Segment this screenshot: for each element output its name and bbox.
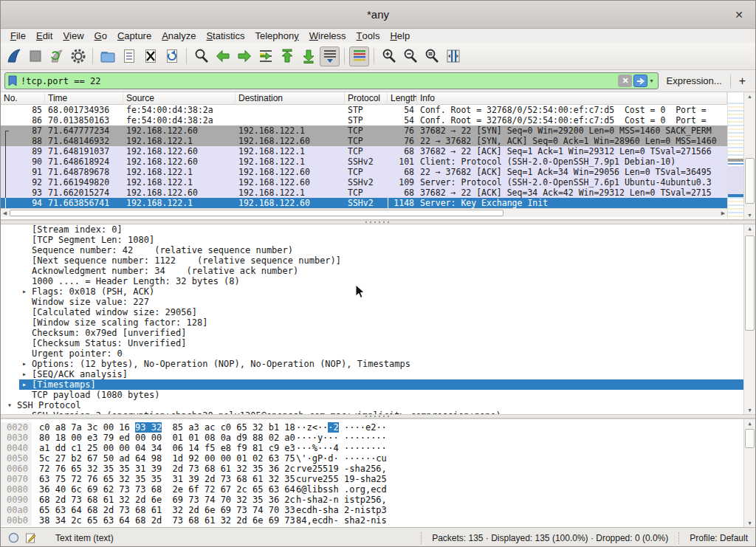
packet-row-selected[interactable]: 9471.663856741192.168.122.1192.168.122.6… xyxy=(1,198,727,208)
scroll-left-icon[interactable]: ◀ xyxy=(1,209,9,217)
go-last-packet-icon[interactable] xyxy=(298,47,318,66)
hex-row[interactable]: 003080 18 00 e3 79 ed 00 00 01 01 08 0a … xyxy=(1,433,755,443)
hex-row[interactable]: 0020c0 a8 7a 3c 00 16 93 32 85 a3 ac c0 … xyxy=(1,422,755,433)
go-forward-icon[interactable] xyxy=(234,47,254,66)
scroll-down-icon[interactable]: ▼ xyxy=(744,211,755,219)
capture-comment-icon[interactable] xyxy=(25,532,36,543)
vscroll-thumb[interactable] xyxy=(745,235,755,331)
hscroll-thumb[interactable] xyxy=(10,210,504,216)
scroll-down-icon[interactable]: ▼ xyxy=(744,406,755,414)
stop-capture-icon[interactable] xyxy=(25,47,45,66)
detail-line[interactable]: [Window size scaling factor: 128] xyxy=(1,317,755,328)
detail-line-expandable[interactable]: ▾SSH Protocol xyxy=(1,400,755,410)
packet-row[interactable]: 9371.662015274192.168.122.60192.168.122.… xyxy=(1,188,727,198)
expert-info-icon[interactable] xyxy=(8,532,19,543)
detail-line[interactable]: [TCP Segment Len: 1080] xyxy=(1,235,755,245)
detail-line[interactable]: [Stream index: 0] xyxy=(1,224,755,235)
save-file-icon[interactable] xyxy=(119,47,139,66)
start-capture-icon[interactable] xyxy=(4,47,24,66)
menu-statistics[interactable]: Statistics xyxy=(201,29,250,43)
resize-columns-icon[interactable] xyxy=(443,47,463,66)
vscroll-thumb[interactable] xyxy=(745,158,755,204)
column-header-no[interactable]: No. xyxy=(1,92,45,104)
detail-line-expandable[interactable]: ▸SSH Version 2 (encryption:chacha20-poly… xyxy=(1,410,755,414)
menu-wireless[interactable]: Wireless xyxy=(304,29,351,43)
detail-line[interactable]: Urgent pointer: 0 xyxy=(1,348,755,359)
packet-list-vscrollbar[interactable]: ▲ ▼ xyxy=(743,92,755,219)
detail-line-expandable[interactable]: ▸Flags: 0x018 (PSH, ACK) xyxy=(1,286,755,297)
detail-line-selected[interactable]: ▸[Timestamps] xyxy=(19,379,755,390)
go-to-packet-icon[interactable] xyxy=(255,47,275,66)
hex-vscrollbar[interactable]: ▲ ▼ xyxy=(743,419,755,527)
column-header-destination[interactable]: Destination xyxy=(236,92,345,104)
hex-row[interactable]: 00505c 27 b2 67 50 ad 64 98 1d 92 00 00 … xyxy=(1,453,755,464)
zoom-reset-icon[interactable] xyxy=(422,47,441,66)
packet-row[interactable]: 8871.648146932192.168.122.1192.168.122.6… xyxy=(1,136,727,146)
scroll-right-icon[interactable]: ▶ xyxy=(719,209,727,217)
column-header-info[interactable]: Info xyxy=(417,92,727,104)
menu-edit[interactable]: Edit xyxy=(31,29,58,43)
packet-row[interactable]: 8971.648191037192.168.122.60192.168.122.… xyxy=(1,146,727,156)
go-back-icon[interactable] xyxy=(213,47,233,66)
hex-row[interactable]: 008036 40 6c 69 62 73 73 68 2e 6f 72 67 … xyxy=(1,484,755,495)
menu-capture[interactable]: Capture xyxy=(112,29,157,43)
menu-help[interactable]: Help xyxy=(385,29,415,43)
detail-line[interactable]: TCP payload (1080 bytes) xyxy=(1,390,755,400)
auto-scroll-icon[interactable] xyxy=(320,47,340,66)
column-header-length[interactable]: Length xyxy=(388,92,417,104)
scroll-down-icon[interactable]: ▼ xyxy=(744,519,755,527)
filter-history-dropdown[interactable]: ▾ xyxy=(650,78,653,84)
add-filter-button[interactable]: + xyxy=(736,75,752,88)
detail-line-expandable[interactable]: ▸Options: (12 bytes), No-Operation (NOP)… xyxy=(1,359,755,369)
hex-row[interactable]: 00b038 34 2c 65 63 64 68 2d 73 68 61 32 … xyxy=(1,515,755,526)
find-packet-icon[interactable] xyxy=(191,47,211,66)
menu-view[interactable]: View xyxy=(58,29,89,43)
scroll-up-icon[interactable]: ▲ xyxy=(744,92,755,100)
expression-button[interactable]: Expression... xyxy=(664,75,725,86)
column-header-time[interactable]: Time xyxy=(45,92,123,104)
go-first-packet-icon[interactable] xyxy=(277,47,297,66)
packet-list-hscrollbar[interactable]: ◀ ▶ xyxy=(1,208,727,217)
restart-capture-icon[interactable] xyxy=(47,47,66,66)
hex-row[interactable]: 006072 76 65 32 35 35 31 39 2d 73 68 61 … xyxy=(1,464,755,474)
detail-line[interactable]: [Checksum Status: Unverified] xyxy=(1,338,755,348)
detail-line[interactable]: 1000 .... = Header Length: 32 bytes (8) xyxy=(1,276,755,286)
capture-options-icon[interactable] xyxy=(68,47,88,66)
status-profile[interactable]: Profile: Default xyxy=(690,533,748,543)
menu-tools[interactable]: Tools xyxy=(351,29,385,43)
menu-go[interactable]: Go xyxy=(89,29,112,43)
hex-row[interactable]: 0040a1 dd c1 25 00 00 04 34 06 14 f5 e8 … xyxy=(1,443,755,453)
detail-line[interactable]: [Next sequence number: 1122 (relative se… xyxy=(1,255,755,266)
detail-vscrollbar[interactable]: ▲ ▼ xyxy=(743,224,755,414)
zoom-out-icon[interactable] xyxy=(400,47,420,66)
packet-row[interactable]: 8771.647777234192.168.122.60192.168.122.… xyxy=(1,125,727,136)
filter-clear-button[interactable]: ✕ xyxy=(618,75,632,87)
detail-line[interactable]: [Calculated window size: 29056] xyxy=(1,307,755,317)
menu-file[interactable]: File xyxy=(5,29,31,43)
reload-file-icon[interactable] xyxy=(162,47,182,66)
vscroll-thumb[interactable] xyxy=(745,429,755,448)
column-header-protocol[interactable]: Protocol xyxy=(345,92,388,104)
filter-text[interactable]: !tcp.port == 22 xyxy=(21,76,616,86)
detail-line[interactable]: Checksum: 0x79ed [unverified] xyxy=(1,328,755,338)
close-window-button[interactable]: ✕ xyxy=(732,7,746,22)
scroll-up-icon[interactable]: ▲ xyxy=(744,224,755,233)
zoom-in-icon[interactable] xyxy=(379,47,399,66)
filter-bookmark-icon[interactable] xyxy=(8,75,17,86)
open-file-icon[interactable] xyxy=(97,47,117,66)
detail-line[interactable]: Acknowledgment number: 34 (relative ack … xyxy=(1,266,755,276)
hex-row[interactable]: 00a065 63 64 68 2d 73 68 61 32 2d 6e 69 … xyxy=(1,505,755,515)
detail-line[interactable]: Window size value: 227 xyxy=(1,297,755,307)
hex-row[interactable]: 007063 75 72 76 65 32 35 35 31 39 2d 73 … xyxy=(1,474,755,484)
packet-row[interactable]: 9071.648618924192.168.122.60192.168.122.… xyxy=(1,156,727,167)
packet-minimap[interactable] xyxy=(727,92,743,219)
detail-line-expandable[interactable]: ▸[SEQ/ACK analysis] xyxy=(1,369,755,379)
close-file-icon[interactable] xyxy=(140,47,160,66)
packet-row[interactable]: 8568.001734936fe:54:00:d4:38:2aSTP54Conf… xyxy=(1,105,727,115)
detail-line[interactable]: Sequence number: 42 (relative sequence n… xyxy=(1,245,755,255)
scroll-up-icon[interactable]: ▲ xyxy=(744,419,755,427)
hex-row[interactable]: 009068 2d 73 68 61 32 2d 6e 69 73 74 70 … xyxy=(1,495,755,505)
display-filter-input[interactable]: !tcp.port == 22 ✕ ▾ xyxy=(4,72,659,89)
menu-analyze[interactable]: Analyze xyxy=(157,29,201,43)
filter-apply-button[interactable] xyxy=(633,75,647,87)
